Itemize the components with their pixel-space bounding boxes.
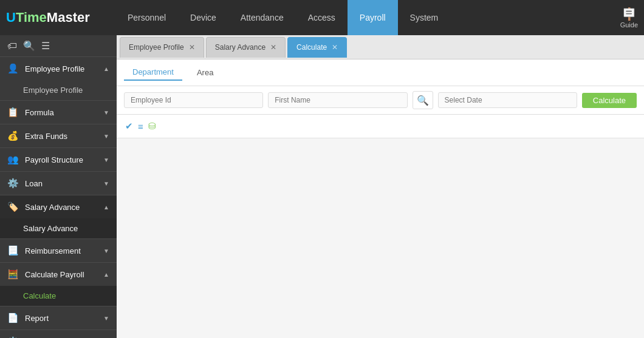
search-icon[interactable]: 🔍 xyxy=(23,40,35,52)
main-layout: 🏷 🔍 ☰ 👤 Employee Profile ▲ Employee Prof… xyxy=(0,35,644,338)
check-icon[interactable]: ✔ xyxy=(125,121,133,132)
formula-icon: 📋 xyxy=(7,107,19,118)
nav-system[interactable]: System xyxy=(398,0,451,35)
report-icon: 📄 xyxy=(7,313,19,323)
main-content xyxy=(117,138,644,338)
tab-salary-advance[interactable]: Salary Advance ✕ xyxy=(206,37,286,58)
sidebar-formula-label: Formula xyxy=(25,108,54,117)
logo-master: Master xyxy=(47,10,90,25)
logo-u: U xyxy=(6,10,16,25)
search-button[interactable]: 🔍 xyxy=(413,91,433,109)
sidebar-loan-header[interactable]: ⚙️ Loan ▼ xyxy=(0,172,117,195)
chevron-up-icon3: ▲ xyxy=(103,271,109,278)
logo: U Time Master xyxy=(6,10,103,25)
logo-time: Time xyxy=(16,10,47,25)
nav-items: Personnel Device Attendance Access Payro… xyxy=(115,0,620,35)
chevron-down-icon5: ▼ xyxy=(103,248,109,254)
chevron-up-icon2: ▲ xyxy=(103,204,109,211)
sidebar-employee-profile-header[interactable]: 👤 Employee Profile ▲ xyxy=(0,57,117,80)
sidebar-extra-funds-header[interactable]: 💰 Extra Funds ▼ xyxy=(0,124,117,147)
sidebar-payroll-structure-header[interactable]: 👥 Payroll Structure ▼ xyxy=(0,148,117,171)
loan-icon: ⚙️ xyxy=(7,178,19,189)
sidebar-reimbursement-label: Reimbursement xyxy=(25,246,81,255)
calculate-button[interactable]: Calculate xyxy=(582,93,637,108)
sidebar-loan-label: Loan xyxy=(25,179,43,188)
tab-employee-profile[interactable]: Employee Profile ✕ xyxy=(120,37,204,58)
sidebar-salary-advance-header[interactable]: 🏷️ Salary Advance ▲ xyxy=(0,195,117,218)
salary-advance-icon: 🏷️ xyxy=(7,201,19,212)
sidebar: 🏷 🔍 ☰ 👤 Employee Profile ▲ Employee Prof… xyxy=(0,35,117,338)
sidebar-employee-profile-label: Employee Profile xyxy=(25,64,84,73)
sidebar-configurations-header[interactable]: ⚙️ Configurations ▼ xyxy=(0,330,117,338)
section-calculate-payroll: 🧮 Calculate Payroll ▲ Calculate xyxy=(0,263,117,306)
list-view-icon[interactable]: ≡ xyxy=(138,121,143,132)
area-button[interactable]: Area xyxy=(188,65,222,80)
tab-salary-advance-label: Salary Advance xyxy=(215,43,265,52)
sidebar-item-employee-profile[interactable]: Employee Profile xyxy=(0,80,117,100)
section-employee-profile: 👤 Employee Profile ▲ Employee Profile xyxy=(0,57,117,101)
guide-button[interactable]: 🪧 Guide xyxy=(620,7,638,29)
sidebar-item-salary-advance[interactable]: Salary Advance xyxy=(0,218,117,238)
section-configurations: ⚙️ Configurations ▼ xyxy=(0,330,117,338)
nav-access[interactable]: Access xyxy=(296,0,348,35)
sidebar-item-calculate[interactable]: Calculate xyxy=(0,286,117,306)
tab-employee-profile-label: Employee Profile xyxy=(129,43,184,52)
navbar: U Time Master Personnel Device Attendanc… xyxy=(0,0,644,35)
department-button[interactable]: Department xyxy=(124,64,182,81)
guide-label: Guide xyxy=(620,21,638,29)
section-report: 📄 Report ▼ xyxy=(0,306,117,330)
chevron-down-icon6: ▼ xyxy=(103,315,109,322)
sidebar-report-label: Report xyxy=(25,314,49,323)
payroll-structure-icon: 👥 xyxy=(7,154,19,165)
calculate-payroll-icon: 🧮 xyxy=(7,269,19,280)
section-payroll-structure: 👥 Payroll Structure ▼ xyxy=(0,148,117,172)
tag-icon[interactable]: 🏷 xyxy=(7,41,17,52)
first-name-input[interactable] xyxy=(268,92,407,108)
section-loan: ⚙️ Loan ▼ xyxy=(0,172,117,195)
sidebar-calculate-payroll-header[interactable]: 🧮 Calculate Payroll ▲ xyxy=(0,263,117,286)
tab-calculate-label: Calculate xyxy=(296,43,327,52)
tab-salary-advance-close[interactable]: ✕ xyxy=(270,44,276,51)
sidebar-toolbar: 🏷 🔍 ☰ xyxy=(0,35,117,57)
search-icon: 🔍 xyxy=(417,95,429,106)
select-date-input[interactable] xyxy=(438,92,577,108)
tab-bar: Employee Profile ✕ Salary Advance ✕ Calc… xyxy=(117,35,644,59)
extra-funds-icon: 💰 xyxy=(7,130,19,141)
tab-calculate[interactable]: Calculate ✕ xyxy=(287,37,347,58)
nav-personnel[interactable]: Personnel xyxy=(115,0,178,35)
sidebar-reimbursement-header[interactable]: 📃 Reimbursement ▼ xyxy=(0,239,117,262)
content-area: Employee Profile ✕ Salary Advance ✕ Calc… xyxy=(117,35,644,338)
sidebar-payroll-structure-label: Payroll Structure xyxy=(25,155,83,164)
sidebar-report-header[interactable]: 📄 Report ▼ xyxy=(0,306,117,330)
list-icon[interactable]: ☰ xyxy=(41,40,50,52)
section-formula: 📋 Formula ▼ xyxy=(0,101,117,124)
chevron-down-icon4: ▼ xyxy=(103,180,109,187)
sidebar-calculate-payroll-label: Calculate Payroll xyxy=(25,270,84,279)
nav-device[interactable]: Device xyxy=(178,0,228,35)
sidebar-extra-funds-label: Extra Funds xyxy=(25,132,67,141)
chevron-down-icon2: ▼ xyxy=(103,133,109,140)
employee-id-input[interactable] xyxy=(124,92,263,108)
section-salary-advance: 🏷️ Salary Advance ▲ Salary Advance xyxy=(0,195,117,239)
content-toolbar: Department Area xyxy=(117,59,644,86)
sidebar-salary-advance-label: Salary Advance xyxy=(25,203,80,212)
chevron-down-icon3: ▼ xyxy=(103,157,109,163)
section-extra-funds: 💰 Extra Funds ▼ xyxy=(0,124,117,148)
reimbursement-icon: 📃 xyxy=(7,245,19,256)
section-reimbursement: 📃 Reimbursement ▼ xyxy=(0,239,117,263)
tab-employee-profile-close[interactable]: ✕ xyxy=(189,44,195,51)
sub-view-row: ✔ ≡ ⛁ xyxy=(117,115,644,138)
tab-calculate-close[interactable]: ✕ xyxy=(332,44,338,51)
filter-bar: 🔍 Calculate xyxy=(117,86,644,115)
employee-profile-icon: 👤 xyxy=(7,63,19,74)
nav-payroll[interactable]: Payroll xyxy=(348,0,398,35)
nav-attendance[interactable]: Attendance xyxy=(228,0,296,35)
org-chart-icon[interactable]: ⛁ xyxy=(148,121,156,132)
chevron-down-icon: ▼ xyxy=(103,109,109,116)
guide-icon: 🪧 xyxy=(622,7,637,21)
sidebar-formula-header[interactable]: 📋 Formula ▼ xyxy=(0,101,117,124)
chevron-up-icon: ▲ xyxy=(103,66,109,72)
